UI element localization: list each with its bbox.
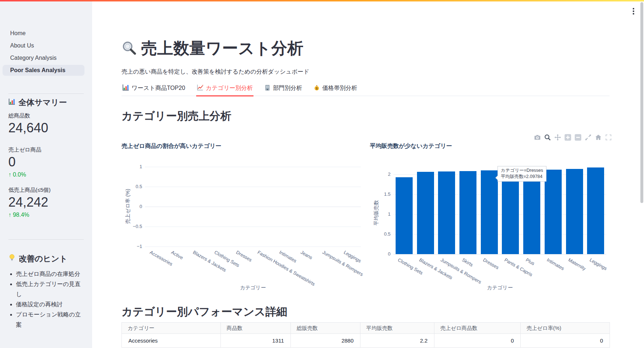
sidebar-item-poor-sales-analysis[interactable]: Poor Sales Analysis (3, 65, 84, 76)
bar-maternity[interactable] (566, 169, 583, 254)
lightbulb-icon (8, 254, 16, 264)
bar-clothing-sets[interactable] (396, 177, 413, 254)
table-cell: 2.2 (360, 334, 434, 348)
bar-blazers-jackets[interactable] (417, 172, 434, 254)
metric-2: 低売上商品(≤5個)24,242↑ 98.4% (8, 187, 51, 218)
tab-label: ワースト商品TOP20 (132, 84, 185, 92)
metric-label: 売上ゼロ商品 (8, 146, 41, 153)
gridline (145, 227, 361, 227)
building-icon (264, 84, 271, 92)
sidebar: HomeAbout UsCategory AnalysisPoor Sales … (0, 0, 92, 348)
sidebar-item-home[interactable]: Home (3, 28, 84, 39)
table-row: Accessories131128802.200 (122, 334, 610, 348)
chart-title: 売上ゼロ商品の割合が高いカテゴリー (121, 142, 221, 150)
x-tick-label: Leggings (589, 257, 608, 271)
x-tick-label: Skirts (461, 257, 474, 268)
tip-item: 価格設定の再検討 (16, 299, 83, 310)
x-tick-label: Leggings (343, 249, 362, 264)
scrollbar-thumb[interactable] (640, 2, 643, 203)
svg-text:$: $ (316, 87, 318, 90)
x-tick-label: Dresses (235, 249, 253, 263)
sidebar-item-category-analysis[interactable]: Category Analysis (3, 53, 84, 63)
metric-label: 低売上商品(≤5個) (8, 187, 51, 194)
bar-chart-icon (8, 98, 15, 107)
bar-leggings[interactable] (587, 167, 604, 254)
chart-avg-sales[interactable]: 平均販売数が少ないカテゴリー00.511.52平均販売数Clothing Set… (370, 140, 610, 295)
zoom-icon[interactable] (544, 134, 551, 141)
line-chart-icon (197, 84, 203, 92)
table-header-cell: 総販売数 (291, 323, 360, 334)
bar-skirts[interactable] (459, 171, 476, 254)
table-header-cell: 売上ゼロ商品数 (434, 323, 521, 334)
tips-list: 売上ゼロ商品の在庫処分低売上カテゴリーの見直し価格設定の再検討プロモーション戦略… (11, 269, 83, 330)
section-title: カテゴリー別売上分析 (121, 109, 231, 124)
tab-[interactable]: $価格帯別分析 (313, 83, 358, 96)
fullscreen-icon[interactable] (604, 134, 612, 141)
gridline (145, 207, 361, 207)
y-axis-title: 平均販売数 (373, 173, 380, 253)
bar-pants-capris[interactable] (502, 170, 519, 254)
x-axis-title: カテゴリー (188, 285, 318, 291)
zoom-out-icon[interactable] (574, 134, 582, 141)
metric-value: 0 (8, 154, 41, 170)
bar-intimates[interactable] (545, 170, 562, 254)
x-tick-label: Intimates (278, 249, 297, 264)
chart-title: 平均販売数が少ないカテゴリー (370, 142, 452, 150)
sidebar-item-about-us[interactable]: About Us (3, 40, 84, 51)
bar-chart-icon (122, 84, 129, 92)
kebab-menu-button[interactable] (629, 7, 638, 16)
summary-title: 全体サマリー (18, 97, 67, 108)
sidebar-divider (8, 239, 84, 240)
sidebar-divider (8, 94, 84, 94)
bar-dresses[interactable] (481, 170, 498, 254)
sidebar-nav: HomeAbout UsCategory AnalysisPoor Sales … (3, 28, 84, 77)
page-title-row: 売上数量ワースト分析 (121, 38, 304, 59)
page-title: 売上数量ワースト分析 (141, 38, 304, 59)
table-cell: Accessories (122, 334, 221, 348)
pan-icon[interactable] (554, 134, 561, 141)
table-cell: 0 (434, 334, 521, 348)
metric-0: 総商品数24,640 (8, 112, 48, 136)
metric-label: 総商品数 (8, 112, 48, 119)
x-tick-label: Maternity (567, 257, 587, 272)
page-subtitle: 売上の悪い商品を特定し、改善策を検討するための分析ダッシュボード (121, 68, 309, 76)
bar-plus[interactable] (523, 170, 540, 254)
tab-[interactable]: カテゴリー別分析 (196, 83, 254, 96)
camera-icon[interactable] (533, 134, 541, 141)
table-header-cell: 平均販売数 (360, 323, 434, 334)
x-axis-title: カテゴリー (435, 285, 565, 291)
table-header-cell: 商品数 (221, 323, 291, 334)
tab-[interactable]: 部門別分析 (264, 83, 303, 96)
x-tick-label: Jeans (300, 249, 314, 260)
summary-header: 全体サマリー (8, 97, 67, 108)
tab-label: 部門別分析 (273, 84, 302, 92)
table-cell: 0 (521, 334, 610, 348)
x-tick-label: Plus (525, 257, 535, 266)
tip-item: 低売上カテゴリーの見直し (16, 279, 83, 299)
gridline (393, 254, 606, 254)
x-tick-label: Dresses (482, 257, 500, 270)
table-header-row: カテゴリー商品数総販売数平均販売数売上ゼロ商品数売上ゼロ率(%) (122, 323, 610, 334)
gridline (145, 187, 361, 187)
tips-title: 改善のヒント (19, 253, 67, 264)
tips-header: 改善のヒント (8, 253, 67, 264)
x-tick-label: Active (170, 249, 184, 261)
category-performance-table: カテゴリー商品数総販売数平均販売数売上ゼロ商品数売上ゼロ率(%)Accessor… (121, 322, 610, 348)
tip-item: 売上ゼロ商品の在庫処分 (16, 269, 83, 279)
autoscale-icon[interactable] (584, 134, 592, 141)
table-cell: 1311 (221, 334, 291, 348)
table-header-cell: カテゴリー (122, 323, 221, 334)
tab-top20[interactable]: ワースト商品TOP20 (121, 83, 186, 96)
zoom-in-icon[interactable] (564, 134, 571, 141)
table-header-cell: 売上ゼロ率(%) (521, 323, 610, 334)
tab-label: カテゴリー別分析 (206, 84, 253, 92)
bar-jumpsuits-rompers[interactable] (438, 171, 455, 254)
chart-zero-sales-rate[interactable]: 売上ゼロ商品の割合が高いカテゴリー10.50−0.5−1売上ゼロ率 (%)Acc… (121, 140, 362, 295)
y-axis-title: 売上ゼロ率 (%) (125, 166, 131, 246)
metric-value: 24,242 (8, 194, 51, 210)
money-bag-icon: $ (314, 84, 320, 92)
tip-item: プロモーション戦略の立案 (16, 310, 83, 330)
hover-tooltip: カテゴリー=Dresses 平均販売数=2.09784 (498, 166, 546, 182)
reset-home-icon[interactable] (594, 134, 602, 141)
gridline (145, 167, 361, 167)
